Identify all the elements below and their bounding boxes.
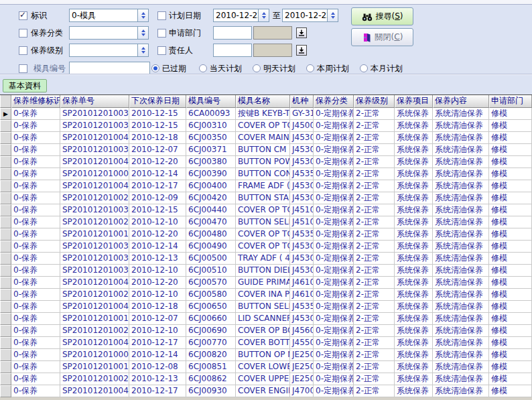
table-row[interactable]: 0-保养SP2010120100482010-12-206CJ00570GUID…: [0, 277, 532, 289]
radio-month-plan[interactable]: [360, 64, 368, 72]
row-selector[interactable]: [0, 289, 11, 301]
request-dept-code-input[interactable]: [213, 26, 252, 40]
row-selector[interactable]: [0, 325, 11, 337]
column-header-1[interactable]: 保养单号: [60, 95, 129, 108]
checkbox-mold-number[interactable]: [19, 64, 27, 73]
table-row[interactable]: 0-保养SP2010120100452010-12-186CJ00350COVE…: [0, 132, 532, 144]
row-selector[interactable]: [0, 313, 11, 325]
column-header-9[interactable]: 保养内容: [433, 95, 489, 108]
column-header-6[interactable]: 保养分类: [314, 95, 354, 108]
table-row[interactable]: 0-保养SP2010120100432010-12-176CJ00770COVE…: [0, 337, 532, 349]
row-selector[interactable]: [0, 132, 11, 144]
radio-week-plan[interactable]: [306, 64, 314, 72]
mold-number-input[interactable]: [69, 62, 150, 75]
column-header-5[interactable]: 机种: [290, 95, 314, 108]
radio-expired-label[interactable]: 已过期: [162, 62, 186, 75]
checkbox-maintenance-category[interactable]: [19, 29, 27, 38]
column-header-2[interactable]: 下次保养日期: [129, 95, 186, 108]
spinner-icon[interactable]: [137, 9, 148, 21]
row-selector[interactable]: ▶: [0, 108, 11, 120]
radio-month-plan-label[interactable]: 本月计划: [371, 62, 403, 75]
row-selector[interactable]: [0, 144, 11, 156]
column-header-0[interactable]: 保养维修标识: [11, 95, 60, 108]
row-selector[interactable]: [0, 216, 11, 228]
spinner-icon[interactable]: [258, 9, 269, 21]
spinner-icon[interactable]: [137, 44, 148, 56]
table-row[interactable]: 0-保养SP2010120100442010-12-186CJ00650BUTT…: [0, 301, 532, 313]
table-row[interactable]: 0-保养SP2010120100232010-12-096CJ00420BUTT…: [0, 192, 532, 204]
checkbox-plan-date[interactable]: [157, 11, 166, 20]
row-selector[interactable]: [0, 192, 11, 204]
checkbox-flag[interactable]: [19, 11, 27, 20]
row-selector[interactable]: [0, 253, 11, 265]
table-row[interactable]: 0-保养SP2010120100422010-12-176CJ00400FRAM…: [0, 180, 532, 192]
table-row[interactable]: 0-保养SP2010120100082010-12-146CJ00820BUTT…: [0, 349, 532, 361]
flag-select[interactable]: 0-模具: [69, 9, 149, 22]
table-row[interactable]: 0-保养SP2010120100292010-12-136CJ00862COVE…: [0, 373, 532, 385]
row-selector[interactable]: [0, 168, 11, 180]
search-button[interactable]: 搜尋(S): [351, 7, 413, 25]
row-selector[interactable]: [0, 337, 11, 349]
table-row[interactable]: ▶0-保养SP2010120100342010-12-156CA00093按键B…: [0, 108, 532, 120]
row-selector[interactable]: [0, 277, 11, 289]
table-row[interactable]: 0-保养SP2010120100242010-12-106CJ00470BUTT…: [0, 216, 532, 228]
radio-tomorrow-plan[interactable]: [253, 64, 261, 72]
column-header-10[interactable]: 申请部门: [489, 95, 532, 108]
row-selector[interactable]: [0, 180, 11, 192]
table-row[interactable]: 0-保养SP2010120100182010-12-206CJ00480COVE…: [0, 228, 532, 241]
radio-expired[interactable]: [151, 64, 159, 72]
column-header-4[interactable]: 模具名称: [236, 95, 290, 108]
row-selector[interactable]: [0, 156, 11, 168]
table-row[interactable]: 0-保养SP2010120100192010-12-076CJ00660LID …: [0, 313, 532, 325]
row-selector[interactable]: [0, 373, 11, 385]
column-header-8[interactable]: 保养项目: [395, 95, 433, 108]
row-selector[interactable]: [0, 265, 11, 277]
row-selector[interactable]: [0, 301, 11, 313]
table-row[interactable]: 0-保养SP2010120100372010-12-156CJ00440COVE…: [0, 204, 532, 216]
table-row[interactable]: 0-保养SP2010120100382010-12-136CJ00500TRAY…: [0, 253, 532, 265]
table-row[interactable]: 0-保养SP2010120100262010-12-106CJ00580COVE…: [0, 289, 532, 301]
radio-tomorrow-plan-label[interactable]: 明天计划: [263, 62, 295, 75]
row-selector[interactable]: [0, 120, 11, 132]
row-selector[interactable]: [0, 204, 11, 216]
table-row[interactable]: 0-保养SP2010120100312010-12-106CJ00510BUTT…: [0, 265, 532, 277]
radio-today-plan-label[interactable]: 当天计划: [210, 62, 242, 75]
table-row[interactable]: 0-保养SP2010120100322010-12-146CJ00490COVE…: [0, 241, 532, 253]
responsible-person-code-input[interactable]: [213, 44, 252, 57]
table-row[interactable]: 0-保养SP2010120100412010-12-176CJ00930COVE…: [0, 385, 532, 397]
table-row[interactable]: 0-保养SP2010120100352010-12-076CJ00371BUTT…: [0, 144, 532, 156]
request-dept-lookup-button[interactable]: [296, 27, 307, 38]
close-button[interactable]: 關閉(C): [351, 28, 413, 46]
column-header-7[interactable]: 保养级别: [354, 95, 395, 108]
cell: 0-保养: [11, 180, 60, 192]
spinner-icon[interactable]: [327, 9, 338, 21]
cell: 系统清油保养: [433, 301, 489, 313]
row-selector[interactable]: [0, 385, 11, 397]
table-row[interactable]: 0-保养SP2010120100362010-12-156CJ00310COVE…: [0, 120, 532, 132]
column-header-3[interactable]: 模具编号: [186, 95, 236, 108]
checkbox-responsible-person[interactable]: [157, 46, 166, 55]
table-row[interactable]: 0-保养SP2010120100172010-12-086CJ00851COVE…: [0, 361, 532, 373]
horizontal-scrollbar-track[interactable]: [0, 397, 532, 400]
tab-basic-info[interactable]: 基本資料: [3, 79, 47, 92]
responsible-person-lookup-button[interactable]: [296, 45, 307, 56]
radio-today-plan[interactable]: [199, 64, 207, 72]
table-row[interactable]: 0-保养SP2010120100492010-12-206CJ00380BUTT…: [0, 156, 532, 168]
spinner-icon[interactable]: [137, 27, 148, 39]
row-selector[interactable]: [0, 228, 11, 241]
maintenance-level-select[interactable]: [69, 44, 149, 57]
plan-date-from[interactable]: 2010-12-22: [213, 9, 269, 22]
row-selector[interactable]: [0, 241, 11, 253]
maintenance-category-select[interactable]: [69, 26, 149, 40]
cell: SP201012010042: [60, 180, 129, 192]
cell: BUTTON CM (: [236, 144, 290, 156]
cell: BUTTON DIEL: [236, 265, 290, 277]
row-selector[interactable]: [0, 361, 11, 373]
table-row[interactable]: 0-保养SP2010120100022010-12-146CJ00390BUTT…: [0, 168, 532, 180]
row-selector[interactable]: [0, 349, 11, 361]
radio-week-plan-label[interactable]: 本周计划: [317, 62, 349, 75]
checkbox-maintenance-level[interactable]: [19, 46, 27, 55]
checkbox-request-dept[interactable]: [157, 29, 166, 38]
plan-date-to[interactable]: 2010-12-22: [282, 9, 338, 22]
table-row[interactable]: 0-保养SP2010120100272010-12-106CJ00690COVE…: [0, 325, 532, 337]
